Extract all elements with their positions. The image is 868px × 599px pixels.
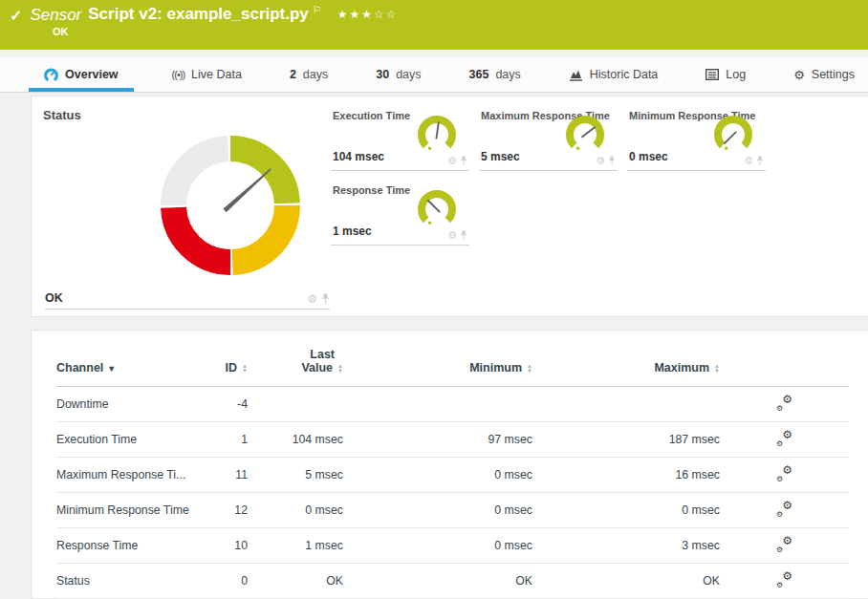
maximum-value: 0 msec bbox=[532, 493, 720, 528]
maximum-value: OK bbox=[532, 564, 720, 599]
channel-name: Minimum Response Time bbox=[56, 493, 200, 528]
channel-name: Execution Time bbox=[56, 422, 200, 458]
sort-icon: ▲▼ bbox=[527, 364, 532, 374]
tab-label: Settings bbox=[812, 68, 855, 81]
header-label: Value bbox=[301, 361, 333, 374]
maximum-value: 16 msec bbox=[532, 458, 720, 493]
channel-name: Downtime bbox=[56, 387, 200, 422]
gear-icon[interactable]: ⚙ bbox=[744, 157, 753, 165]
gauge-needle bbox=[724, 132, 736, 144]
tab-label: Historic Data bbox=[590, 68, 659, 81]
status-title: Status bbox=[43, 108, 330, 122]
minimum-value bbox=[343, 387, 532, 422]
column-header-actions bbox=[720, 348, 849, 387]
tab-label: Live Data bbox=[191, 68, 242, 81]
gauge-card-response-time: Response Time 1 msec ⚙ bbox=[331, 181, 469, 246]
sort-icon: ▲▼ bbox=[337, 364, 343, 374]
header-label: Minimum bbox=[469, 361, 522, 374]
pin-icon[interactable] bbox=[460, 156, 467, 166]
mini-gauge[interactable] bbox=[564, 114, 606, 154]
tab-365-days[interactable]: 365 days bbox=[460, 57, 531, 92]
mini-gauge[interactable] bbox=[416, 188, 458, 228]
channel-settings-icon[interactable]: ⚙⚙ bbox=[776, 537, 792, 551]
column-header-last-value[interactable]: LastValue▲▼ bbox=[248, 348, 343, 387]
table-row-status[interactable]: Status 0 OK OK OK ⚙⚙ bbox=[56, 564, 849, 599]
table-header-row: Channel▼ ID▲▼ LastValue▲▼ Minimum▲▼ Maxi… bbox=[56, 348, 849, 387]
flag-icon[interactable]: ⚐ bbox=[313, 5, 322, 15]
header-label: ID bbox=[226, 361, 238, 374]
last-value: 1 msec bbox=[248, 528, 343, 564]
tab-overview[interactable]: Overview bbox=[29, 57, 134, 92]
tab-settings[interactable]: ⚙ Settings bbox=[784, 57, 864, 92]
star-rating[interactable]: ★★★☆☆ bbox=[337, 8, 399, 21]
column-header-maximum[interactable]: Maximum▲▼ bbox=[532, 348, 720, 387]
header-label: Channel bbox=[56, 361, 103, 374]
column-header-minimum[interactable]: Minimum▲▼ bbox=[343, 348, 532, 387]
last-value: 5 msec bbox=[248, 458, 343, 493]
tab-bar: Overview ((•)) Live Data 2 days 30 days … bbox=[0, 57, 868, 93]
pin-icon[interactable] bbox=[460, 230, 467, 241]
channel-settings-icon[interactable]: ⚙⚙ bbox=[776, 396, 792, 410]
minimum-value: OK bbox=[343, 564, 532, 599]
gauge-value: 104 msec bbox=[333, 150, 384, 163]
table-row-downtime[interactable]: Downtime -4 ⚙⚙ bbox=[56, 387, 849, 422]
tab-log[interactable]: Log bbox=[696, 57, 755, 92]
table-row-maximum-response-time[interactable]: Maximum Response Ti... 11 5 msec 0 msec … bbox=[56, 458, 849, 493]
header-label: Last bbox=[301, 348, 343, 361]
channel-id: 11 bbox=[200, 458, 248, 493]
sort-icon: ▲▼ bbox=[714, 364, 720, 374]
live-data-icon: ((•)) bbox=[172, 69, 185, 80]
gauges-panel: Status OK ⚙ bbox=[31, 96, 868, 317]
tab-number: 2 bbox=[290, 68, 296, 81]
table-row-response-time[interactable]: Response Time 10 1 msec 0 msec 3 msec ⚙⚙ bbox=[56, 528, 849, 564]
tab-historic-data[interactable]: Historic Data bbox=[559, 57, 668, 92]
maximum-value: 3 msec bbox=[532, 528, 720, 564]
tab-number: 365 bbox=[469, 68, 489, 81]
status-gauge[interactable] bbox=[154, 129, 307, 282]
gear-icon[interactable]: ⚙ bbox=[447, 231, 457, 240]
table-row-minimum-response-time[interactable]: Minimum Response Time 12 0 msec 0 msec 0… bbox=[56, 493, 849, 528]
channel-settings-icon[interactable]: ⚙⚙ bbox=[776, 466, 792, 481]
maximum-value: 187 msec bbox=[532, 422, 720, 458]
column-header-channel[interactable]: Channel▼ bbox=[56, 348, 200, 387]
channel-name: Status bbox=[56, 564, 200, 599]
channel-settings-icon[interactable]: ⚙⚙ bbox=[776, 502, 792, 516]
gear-icon[interactable]: ⚙ bbox=[596, 157, 605, 165]
pin-icon[interactable] bbox=[756, 156, 764, 166]
tab-30-days[interactable]: 30 days bbox=[366, 57, 430, 92]
channel-table: Channel▼ ID▲▼ LastValue▲▼ Minimum▲▼ Maxi… bbox=[56, 348, 849, 599]
log-icon bbox=[705, 69, 719, 80]
column-header-id[interactable]: ID▲▼ bbox=[200, 348, 248, 387]
tab-live-data[interactable]: ((•)) Live Data bbox=[163, 57, 251, 92]
gear-icon[interactable]: ⚙ bbox=[307, 294, 317, 304]
gauge-title: Execution Time bbox=[333, 110, 410, 121]
gauge-title: Response Time bbox=[333, 184, 410, 196]
gauge-icon bbox=[44, 68, 58, 82]
channel-settings-icon[interactable]: ⚙⚙ bbox=[776, 431, 792, 445]
mini-gauge[interactable] bbox=[712, 114, 754, 154]
tab-2-days[interactable]: 2 days bbox=[280, 57, 337, 92]
gear-icon[interactable]: ⚙ bbox=[447, 157, 457, 165]
pin-icon[interactable] bbox=[321, 293, 330, 305]
last-value: 0 msec bbox=[248, 493, 343, 528]
gauge-card-maximum-response-time: Maximum Response Time 5 msec ⚙ bbox=[479, 106, 618, 171]
tab-label: Overview bbox=[65, 68, 119, 81]
table-row-execution-time[interactable]: Execution Time 1 104 msec 97 msec 187 ms… bbox=[56, 422, 849, 458]
header-label: Maximum bbox=[654, 361, 709, 374]
channel-name: Maximum Response Ti... bbox=[56, 458, 200, 493]
minimum-value: 0 msec bbox=[343, 528, 532, 564]
gauge-card-minimum-response-time: Minimum Response Time 0 msec ⚙ bbox=[627, 106, 766, 171]
tab-unit: days bbox=[495, 68, 520, 81]
tab-number: 30 bbox=[376, 68, 389, 81]
sensor-type-label: Sensor bbox=[30, 6, 81, 25]
channels-panel: Channel▼ ID▲▼ LastValue▲▼ Minimum▲▼ Maxi… bbox=[31, 330, 868, 599]
minimum-value: 0 msec bbox=[343, 458, 532, 493]
last-value: 104 msec bbox=[248, 422, 343, 458]
sensor-header: ✓ Sensor Script v2: example_script.py ⚐ … bbox=[0, 0, 868, 50]
minimum-value: 0 msec bbox=[343, 493, 532, 528]
pin-icon[interactable] bbox=[608, 156, 616, 166]
last-value bbox=[248, 387, 343, 422]
channel-settings-icon[interactable]: ⚙⚙ bbox=[776, 572, 792, 587]
channel-id: -4 bbox=[200, 387, 248, 422]
mini-gauge[interactable] bbox=[416, 114, 458, 154]
